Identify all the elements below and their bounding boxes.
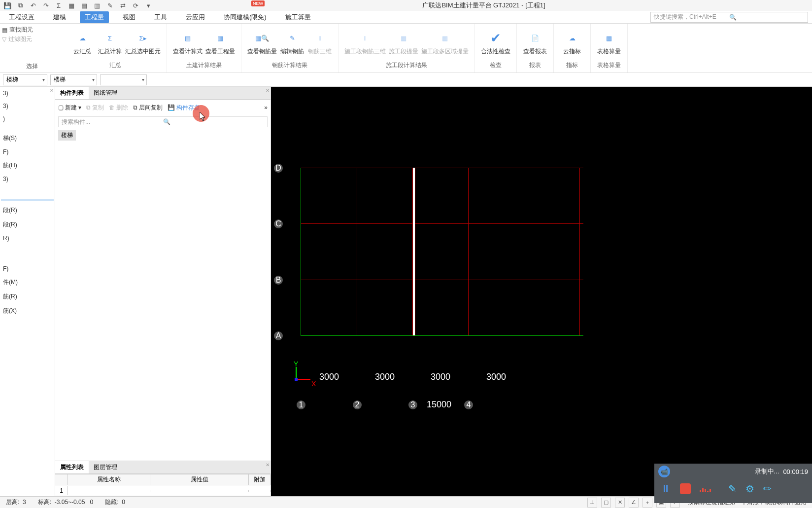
find-icon: ▦ bbox=[2, 27, 7, 34]
close-icon[interactable]: ✕ bbox=[266, 462, 270, 468]
redo-icon[interactable]: ↷ bbox=[41, 1, 50, 10]
annotate-button[interactable]: ✎ bbox=[728, 483, 737, 495]
dim-x1: 3000 bbox=[319, 372, 339, 382]
tab-layer-manage[interactable]: 图层管理 bbox=[89, 461, 122, 473]
menu-modeling[interactable]: 建模 bbox=[48, 11, 71, 23]
menu-tools[interactable]: 工具 bbox=[149, 11, 172, 23]
close-icon[interactable]: ✕ bbox=[266, 88, 270, 93]
tree-item[interactable]: 段(R) bbox=[1, 219, 54, 230]
rect-icon[interactable]: ▢ bbox=[601, 498, 611, 508]
validity-check-button[interactable]: ✔合法性检查 bbox=[481, 31, 510, 56]
view-rebar-qty-button[interactable]: ▦🔍查看钢筋量 bbox=[247, 31, 277, 56]
menu-view[interactable]: 视图 bbox=[118, 11, 140, 23]
ribbon-group-check: ✔合法性检查 检查 bbox=[475, 24, 517, 73]
tree-item[interactable]: 梯(S) bbox=[1, 133, 54, 144]
edit-rebar-button[interactable]: ✎编辑钢筋 bbox=[280, 31, 304, 56]
edit-button[interactable]: ✏ bbox=[763, 483, 772, 495]
tree-item[interactable]: 段(R) bbox=[1, 205, 54, 216]
region-icon[interactable]: ▦ bbox=[67, 1, 76, 10]
copy-icon[interactable]: ⧉ bbox=[16, 1, 25, 10]
sigma-select-icon: Σ▸ bbox=[135, 31, 151, 46]
pause-button[interactable]: ⏸ bbox=[660, 482, 671, 495]
component-item[interactable]: 楼梯 bbox=[58, 130, 76, 141]
tree-item[interactable] bbox=[1, 199, 54, 201]
view-qty-button[interactable]: ▦查看工程量 bbox=[205, 31, 235, 56]
tree-item[interactable]: F) bbox=[1, 264, 54, 273]
tree-item[interactable] bbox=[1, 253, 54, 254]
menu-construction[interactable]: 施工算量 bbox=[280, 11, 316, 23]
tree-item[interactable]: 3) bbox=[1, 102, 54, 110]
pencil-icon[interactable]: ✎ bbox=[105, 1, 114, 10]
tab-property-list[interactable]: 属性列表 bbox=[55, 461, 89, 473]
elev2-value: 0 bbox=[90, 499, 93, 506]
view-formula-button[interactable]: ▤查看计算式 bbox=[173, 31, 203, 56]
menu-quantities[interactable]: 工程量 bbox=[80, 11, 109, 23]
tab-drawing-manage[interactable]: 图纸管理 bbox=[89, 87, 122, 99]
sum-icon[interactable]: Σ bbox=[54, 1, 63, 10]
tree-item[interactable] bbox=[1, 247, 54, 249]
table-calc-button[interactable]: ▦表格算量 bbox=[597, 31, 621, 56]
property-row[interactable]: 1 bbox=[55, 485, 271, 496]
x-axis-arrow bbox=[296, 379, 310, 380]
menu-cloud[interactable]: 云应用 bbox=[181, 11, 210, 23]
tree-item[interactable] bbox=[1, 127, 54, 129]
tools-button[interactable]: ⚙ bbox=[745, 483, 754, 495]
find-elements[interactable]: ▦查找图元 bbox=[2, 26, 62, 34]
snap-icon[interactable]: ⊥ bbox=[587, 498, 597, 508]
drawing-canvas[interactable]: D C B A 1 2 3 4 3000 3000 3000 3000 1500… bbox=[271, 87, 812, 496]
menu-project-settings[interactable]: 工程设置 bbox=[4, 11, 39, 23]
cross-icon[interactable]: ✕ bbox=[615, 498, 625, 508]
sigma-icon: Σ bbox=[102, 31, 118, 46]
tree-item[interactable]: 3) bbox=[1, 175, 54, 183]
rotate-icon[interactable]: ⟳ bbox=[131, 1, 140, 10]
view-report-button[interactable]: 📄查看报表 bbox=[523, 31, 547, 56]
tree-item[interactable]: F) bbox=[1, 147, 54, 156]
component-search[interactable]: 搜索构件... 🔍 bbox=[58, 116, 268, 127]
undo-icon[interactable]: ↶ bbox=[29, 1, 37, 10]
save-component-button[interactable]: 💾构件存盘 bbox=[168, 104, 200, 112]
overflow-button[interactable]: » bbox=[264, 104, 268, 111]
cloud-summary-button[interactable]: ☁云汇总 bbox=[70, 31, 95, 56]
col-property-extra: 附加 bbox=[249, 474, 271, 485]
menu-collab[interactable]: 协同建模(限免) bbox=[219, 11, 271, 23]
tree-item[interactable]: ) bbox=[1, 114, 54, 123]
tree-item[interactable]: R) bbox=[1, 234, 54, 243]
dim-x4: 3000 bbox=[486, 372, 506, 382]
component-dropdown[interactable]: 楼梯 bbox=[50, 74, 97, 85]
plus-icon[interactable]: + bbox=[643, 498, 652, 508]
angle-icon[interactable]: ∠ bbox=[629, 498, 639, 508]
tree-item[interactable] bbox=[1, 258, 54, 260]
wall-element[interactable] bbox=[412, 168, 415, 335]
cloud-index-button[interactable]: ☁云指标 bbox=[560, 31, 584, 56]
layer-copy-button[interactable]: ⧉层间复制 bbox=[133, 104, 163, 112]
shortcut-search[interactable]: 快捷键搜索，Ctrl+Alt+E 🔍 bbox=[650, 12, 808, 23]
tree-item[interactable] bbox=[1, 187, 54, 189]
tree-item[interactable]: 3) bbox=[1, 89, 54, 98]
cloud-chart-icon: ☁ bbox=[564, 31, 580, 46]
summary-selected-button[interactable]: Σ▸汇总选中图元 bbox=[125, 31, 161, 56]
select-label: 选择 bbox=[2, 62, 62, 71]
category-dropdown[interactable]: 楼梯 bbox=[3, 74, 47, 85]
tree-item[interactable]: 件(M) bbox=[1, 277, 54, 288]
tab-component-list[interactable]: 构件列表 bbox=[55, 87, 89, 99]
grid-icon[interactable]: ▤ bbox=[80, 1, 89, 10]
group-label-construction: 施工段计算结果 bbox=[386, 60, 427, 71]
swap-icon[interactable]: ⇄ bbox=[118, 1, 127, 10]
tree-item[interactable]: 筋(X) bbox=[1, 306, 54, 316]
code-icon[interactable]: ▥ bbox=[93, 1, 102, 10]
stop-button[interactable] bbox=[680, 483, 691, 494]
new-component-button[interactable]: ▢新建▾ bbox=[58, 104, 81, 112]
more-icon[interactable]: ▾ bbox=[144, 1, 153, 10]
summary-calc-button[interactable]: Σ汇总计算 bbox=[98, 31, 122, 56]
filter-elements[interactable]: ▽过滤图元 bbox=[2, 35, 62, 43]
tree-item[interactable] bbox=[1, 193, 54, 195]
layer-dropdown[interactable] bbox=[100, 74, 147, 85]
rebar-3d-button: ⫴钢筋三维 bbox=[307, 31, 332, 56]
grid-line bbox=[301, 168, 301, 335]
close-icon[interactable]: ✕ bbox=[50, 88, 54, 93]
save-icon[interactable]: 💾 bbox=[3, 1, 12, 10]
tree-item[interactable]: 筋(R) bbox=[1, 291, 54, 302]
tree-item[interactable]: 筋(H) bbox=[1, 160, 54, 171]
audio-wave bbox=[700, 485, 719, 492]
construction-qty-button: ▦施工段提量 bbox=[389, 31, 418, 56]
